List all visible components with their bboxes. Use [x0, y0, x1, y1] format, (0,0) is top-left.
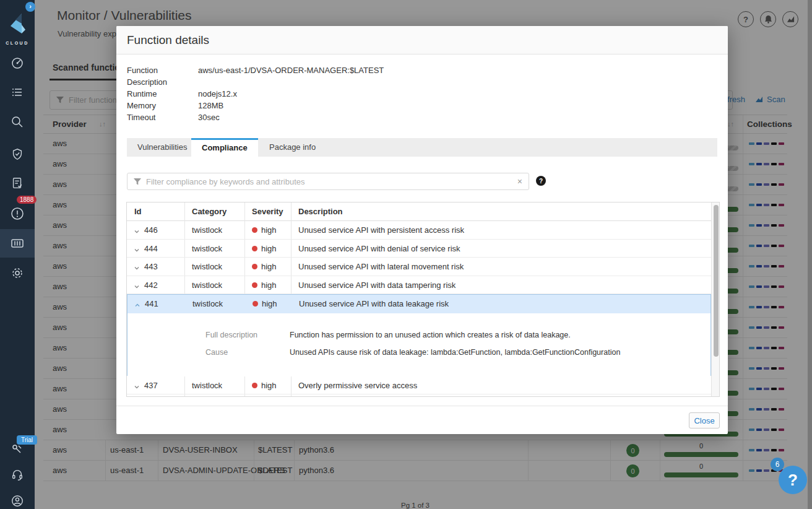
headset-icon [11, 468, 24, 482]
cell-category: twistlock [192, 281, 222, 290]
sidebar-item-compliance[interactable] [0, 169, 35, 198]
alert-icon [10, 206, 25, 221]
filter-help-icon[interactable]: ? [536, 176, 546, 186]
shield-check-icon [11, 147, 24, 161]
compliance-row-441-selected[interactable]: 441 twistlock high Unused service API wi… [127, 295, 710, 313]
trial-badge: Trial [17, 435, 37, 445]
cell-description: Overly permissive service access [298, 381, 417, 390]
detail-description: Description [127, 76, 622, 88]
tools-icon [11, 443, 24, 456]
detail-runtime: Runtime nodejs12.x [127, 88, 622, 100]
function-details-modal: Function details Function aws/us-east-1/… [116, 26, 728, 434]
clear-filter-icon[interactable]: × [517, 176, 522, 186]
tab-vulnerabilities[interactable]: Vulnerabilities [127, 138, 197, 157]
table-scrollbar-thumb[interactable] [714, 205, 719, 357]
modal-footer: Close [116, 406, 728, 434]
gear-icon [11, 266, 24, 280]
detail-label: Memory [127, 101, 156, 110]
detail-label: Description [127, 77, 167, 87]
cell-category: twistlock [192, 381, 222, 390]
compliance-table-header: Id Category Severity Description [127, 202, 719, 221]
cell-description: Unused service API with data tampering r… [298, 281, 456, 290]
alerts-count-badge: 1888 [17, 196, 37, 204]
cell-description: Unused service API with denial of servic… [298, 244, 460, 253]
cell-category: twistlock [192, 262, 222, 271]
chevron-down-icon[interactable] [134, 282, 140, 292]
policies-icon [11, 85, 24, 99]
close-button[interactable]: Close [689, 412, 720, 429]
sidebar-item-settings[interactable] [0, 259, 35, 287]
chevron-down-icon[interactable] [134, 246, 140, 255]
user-icon [11, 494, 24, 508]
detail-value: aws/us-east-1/DVSA-ORDER-MANAGER:$LATEST [198, 66, 384, 75]
cell-severity: high [262, 299, 277, 308]
sidebar-item-user[interactable] [0, 487, 35, 509]
cell-category: twistlock [192, 244, 222, 253]
sidebar-item-containers[interactable] [0, 229, 35, 258]
compliance-row-441-group: 441 twistlock high Unused service API wi… [127, 294, 711, 376]
cell-severity: high [261, 244, 277, 253]
column-header-category[interactable]: Category [192, 207, 227, 216]
cell-severity: high [261, 262, 277, 271]
brand-logo: CLOUD [0, 12, 35, 45]
sidebar-item-search[interactable] [0, 108, 35, 136]
severity-high-dot [252, 264, 257, 269]
modal-title: Function details [116, 26, 728, 54]
help-widget-button[interactable]: ? [779, 466, 807, 494]
sidebar: CLOUD › 1888 [0, 0, 35, 509]
severity-high-dot [252, 246, 257, 251]
compliance-row-444[interactable]: 444 twistlock high Unused service API wi… [127, 240, 711, 258]
compliance-filter-placeholder: Filter compliance by keywords and attrib… [146, 177, 305, 186]
chevron-down-icon[interactable] [134, 383, 140, 392]
column-header-id[interactable]: Id [134, 207, 142, 216]
brand-logo-text: CLOUD [0, 41, 35, 45]
cell-id: 442 [144, 281, 158, 290]
detail-memory: Memory 128MB [127, 100, 622, 111]
cell-id: 443 [144, 262, 158, 271]
row-441-expanded-details: Full description Function has permission… [127, 313, 710, 376]
detail-label: Runtime [127, 89, 157, 98]
detail-label: Function [127, 66, 158, 75]
severity-high-dot [252, 282, 257, 288]
chevron-down-icon[interactable] [134, 264, 140, 273]
detail-function: Function aws/us-east-1/DVSA-ORDER-MANAGE… [127, 64, 622, 76]
cell-description: Unused service API with lateral movement… [298, 262, 464, 271]
sidebar-item-defend[interactable] [0, 140, 35, 168]
compliance-row-442[interactable]: 442 twistlock high Unused service API wi… [127, 276, 711, 295]
sidebar-expand-toggle[interactable]: › [25, 2, 35, 12]
cell-id: 446 [144, 225, 158, 235]
cell-category: twistlock [192, 299, 223, 308]
chevron-down-icon[interactable] [134, 227, 140, 237]
detail-value: nodejs12.x [198, 89, 237, 98]
radar-icon [11, 56, 24, 70]
compliance-row-446[interactable]: 446 twistlock high Unused service API wi… [127, 221, 711, 240]
severity-high-dot [252, 383, 257, 388]
cell-id: 441 [145, 299, 158, 308]
cell-description: Unused service API with persistent acces… [298, 225, 464, 235]
cause-label: Cause [205, 348, 228, 357]
cell-id: 444 [144, 244, 158, 253]
sidebar-item-policies[interactable] [0, 78, 35, 107]
cell-severity: high [261, 225, 277, 235]
compliance-row-437[interactable]: 437 twistlock high Overly permissive ser… [127, 376, 711, 395]
help-widget-badge: 6 [771, 458, 784, 471]
detail-timeout: Timeout 30sec [127, 111, 622, 123]
tab-package-info[interactable]: Package info [259, 138, 326, 157]
document-check-icon [11, 176, 24, 190]
table-scrollbar[interactable] [711, 202, 720, 397]
detail-value: 128MB [198, 101, 223, 110]
sidebar-item-support[interactable] [0, 461, 35, 489]
chevron-up-icon[interactable] [134, 301, 140, 310]
prisma-cloud-logo-icon [7, 12, 28, 36]
compliance-row-443[interactable]: 443 twistlock high Unused service API wi… [127, 258, 711, 276]
cause-value: Unused APIs cause risk of data leakage: … [290, 348, 620, 357]
severity-high-dot [252, 227, 257, 233]
tab-compliance[interactable]: Compliance [191, 138, 258, 157]
compliance-filter-input[interactable]: Filter compliance by keywords and attrib… [127, 173, 529, 190]
column-header-description[interactable]: Description [298, 207, 343, 216]
compliance-table: Id Category Severity Description 446 twi… [126, 202, 720, 397]
full-description-label: Full description [205, 331, 257, 339]
column-header-severity[interactable]: Severity [252, 207, 283, 216]
sidebar-item-radar[interactable] [0, 49, 35, 77]
cell-id: 437 [144, 381, 158, 390]
